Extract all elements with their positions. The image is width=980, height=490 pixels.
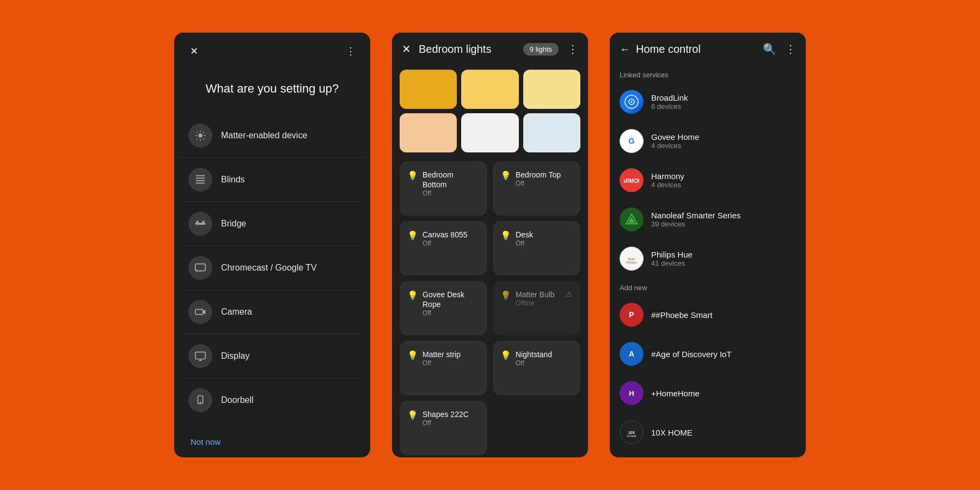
service-broadlink[interactable]: BroadLink 6 devices xyxy=(610,82,806,121)
device-status: Off xyxy=(422,240,468,247)
svg-point-15 xyxy=(631,101,633,103)
lights-badge: 9 lights xyxy=(523,43,559,56)
govee-count: 4 devices xyxy=(651,142,699,150)
setup-item-matter[interactable]: Matter-enabled device xyxy=(180,114,365,158)
setup-item-blinds[interactable]: Blinds xyxy=(180,158,365,202)
bedroom-more-button[interactable]: ⋮ xyxy=(567,42,578,56)
swatch-1[interactable] xyxy=(461,70,518,109)
setup-header: ✕ ⋮ xyxy=(174,33,370,70)
setup-item-doorbell[interactable]: Doorbell xyxy=(180,378,365,422)
phoebe-logo: P xyxy=(620,303,644,327)
device-bedroom-bottom[interactable]: 💡 Bedroom Bottom Off xyxy=(400,161,487,216)
device-name: Shapes 222C xyxy=(422,409,469,419)
svg-text:G: G xyxy=(629,137,635,145)
home-control-title: Home control xyxy=(636,43,754,56)
close-button[interactable]: ✕ xyxy=(185,42,203,60)
device-status: Off xyxy=(422,419,469,427)
svg-rect-1 xyxy=(196,175,205,176)
setup-item-bridge[interactable]: Bridge xyxy=(180,202,365,246)
bulb-icon: 💡 xyxy=(500,350,511,360)
svg-point-12 xyxy=(200,401,201,403)
bulb-icon: 💡 xyxy=(500,230,511,241)
10x-info: 10X HOME xyxy=(651,428,693,437)
swatch-2[interactable] xyxy=(523,70,580,109)
device-status: Off xyxy=(422,189,480,197)
svg-rect-6 xyxy=(197,220,199,223)
bulb-icon: 💡 xyxy=(407,350,418,360)
device-bedroom-top[interactable]: 💡 Bedroom Top Off xyxy=(493,161,580,216)
chromecast-label: Chromecast / Google TV xyxy=(221,263,317,273)
homehome-logo: H xyxy=(620,381,644,405)
device-canvas[interactable]: 💡 Canvas 8055 Off xyxy=(400,221,487,275)
linked-services-label: Linked services xyxy=(610,65,806,82)
svg-text:HARMONY: HARMONY xyxy=(624,178,639,184)
back-button[interactable]: ← xyxy=(620,43,630,56)
svg-text:10X: 10X xyxy=(628,431,635,434)
not-now-button[interactable]: Not now xyxy=(174,426,370,457)
age-logo: A xyxy=(620,342,644,366)
setup-item-display[interactable]: Display xyxy=(180,334,365,378)
svg-text:P: P xyxy=(629,310,634,319)
service-homehome[interactable]: H +HomeHome xyxy=(610,373,806,413)
service-10x[interactable]: 10XHOME 10X HOME xyxy=(610,413,806,452)
svg-rect-5 xyxy=(195,223,205,225)
broadlink-logo xyxy=(620,90,644,114)
device-name: Govee Desk Rope xyxy=(422,290,480,309)
homehome-name: +HomeHome xyxy=(651,389,700,398)
govee-info: Govee Home 4 devices xyxy=(651,132,699,150)
nanoleaf-logo xyxy=(620,207,644,231)
device-nightstand[interactable]: 💡 Nightstand Off xyxy=(493,341,580,395)
more-button[interactable]: ⋮ xyxy=(785,42,796,56)
doorbell-label: Doorbell xyxy=(221,395,254,405)
matter-label: Matter-enabled device xyxy=(221,131,307,140)
bulb-icon: 💡 xyxy=(407,230,418,241)
phoebe-name: ##Phoebe Smart xyxy=(651,310,713,320)
color-swatches xyxy=(392,65,588,159)
10x-logo: 10XHOME xyxy=(620,420,644,444)
device-status: Off xyxy=(422,309,480,317)
service-nanoleaf[interactable]: Nanoleaf Smarter Series 39 devices xyxy=(610,200,806,239)
bulb-icon: 💡 xyxy=(500,290,511,301)
add-new-label: Add new xyxy=(610,278,806,295)
device-desk[interactable]: 💡 Desk Off xyxy=(493,221,580,275)
bridge-label: Bridge xyxy=(221,219,246,229)
device-govee-desk-rope[interactable]: 💡 Govee Desk Rope Off xyxy=(400,281,487,335)
harmony-name: Harmony xyxy=(651,171,684,181)
service-philips-hue[interactable]: huePhilips Philips Hue 41 devices xyxy=(610,239,806,278)
device-name: Bedroom Bottom xyxy=(422,170,480,189)
search-button[interactable]: 🔍 xyxy=(763,42,776,56)
swatch-0[interactable] xyxy=(400,70,457,109)
device-name: Matter Bulb xyxy=(516,290,561,299)
svg-rect-10 xyxy=(195,352,205,359)
setup-item-camera[interactable]: Camera xyxy=(180,290,365,334)
swatch-5[interactable] xyxy=(523,113,580,152)
device-matter-bulb[interactable]: 💡 Matter Bulb Offline ⚠ xyxy=(493,281,580,335)
device-matter-strip[interactable]: 💡 Matter strip Off xyxy=(400,341,487,395)
more-button[interactable]: ⋮ xyxy=(342,42,359,60)
service-phoebe[interactable]: P ##Phoebe Smart xyxy=(610,295,806,334)
bulb-icon: 💡 xyxy=(407,170,418,181)
broadlink-name: BroadLink xyxy=(651,93,688,102)
svg-rect-7 xyxy=(203,220,205,223)
device-name: Matter strip xyxy=(422,350,461,359)
svg-rect-3 xyxy=(196,180,205,181)
bedroom-panel: ✕ Bedroom lights 9 lights ⋮ 💡 Bedroom Bo… xyxy=(392,33,588,457)
swatch-3[interactable] xyxy=(400,113,457,152)
device-grid: 💡 Bedroom Bottom Off 💡 Bedroom Top Off 💡 xyxy=(392,159,588,457)
svg-rect-8 xyxy=(195,264,205,271)
device-name: Nightstand xyxy=(516,350,552,359)
svg-rect-9 xyxy=(195,309,203,314)
svg-rect-2 xyxy=(196,177,205,179)
broadlink-info: BroadLink 6 devices xyxy=(651,93,688,111)
service-age[interactable]: A #Age of Discovery IoT xyxy=(610,334,806,373)
setup-item-chromecast[interactable]: Chromecast / Google TV xyxy=(180,246,365,290)
camera-icon xyxy=(188,300,212,324)
swatch-4[interactable] xyxy=(461,113,518,152)
age-info: #Age of Discovery IoT xyxy=(651,350,732,359)
device-shapes[interactable]: 💡 Shapes 222C Off xyxy=(400,401,487,455)
device-status: Off xyxy=(516,359,552,367)
service-govee[interactable]: G Govee Home 4 devices xyxy=(610,121,806,161)
blinds-icon xyxy=(188,168,212,192)
bedroom-close-button[interactable]: ✕ xyxy=(402,42,411,56)
service-harmony[interactable]: HARMONY Harmony 4 devices xyxy=(610,161,806,200)
